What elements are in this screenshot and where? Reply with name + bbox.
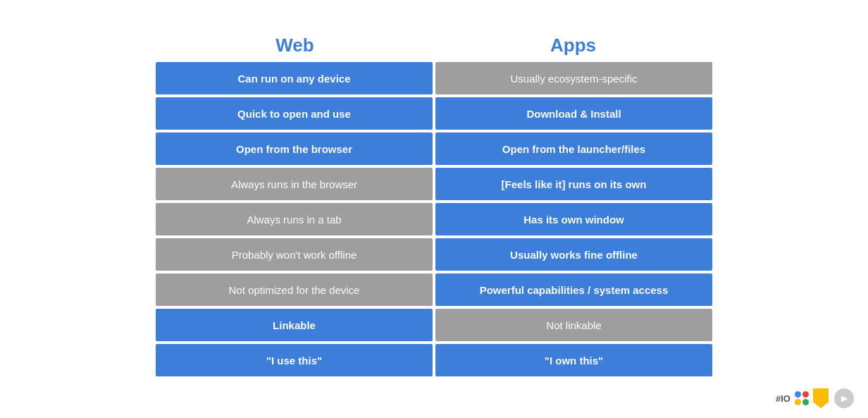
google-dot-blue <box>795 391 801 398</box>
web-cell: Always runs in the browser <box>156 168 433 200</box>
branding-area: #IO ▶ <box>776 388 854 408</box>
table-row: Always runs in the browser[Feels like it… <box>156 168 712 200</box>
slide: Web Apps Can run on any deviceUsually ec… <box>0 0 868 418</box>
scroll-button[interactable]: ▶ <box>834 388 854 408</box>
apps-cell: Download & Install <box>435 97 712 130</box>
google-dot-green <box>802 399 809 405</box>
apps-cell: [Feels like it] runs on its own <box>435 168 712 200</box>
hashtag-label: #IO <box>776 393 790 404</box>
web-header: Web <box>156 35 434 56</box>
apps-cell: "I own this" <box>435 344 712 376</box>
table-row: "I use this""I own this" <box>156 344 712 376</box>
google-dot-red <box>802 391 809 398</box>
web-cell: Linkable <box>156 309 433 341</box>
apps-cell: Powerful capabilities / system access <box>435 273 712 306</box>
web-cell: Open from the browser <box>156 133 433 165</box>
rows-container: Can run on any deviceUsually ecosystem-s… <box>156 62 712 376</box>
web-cell: "I use this" <box>156 344 433 376</box>
io-badge <box>813 388 829 408</box>
table-row: Open from the browserOpen from the launc… <box>156 133 712 165</box>
apps-cell: Not linkable <box>435 309 712 341</box>
apps-cell: Usually works fine offline <box>435 238 712 271</box>
apps-cell: Open from the launcher/files <box>435 133 712 165</box>
header-row: Web Apps <box>156 35 712 56</box>
table-row: LinkableNot linkable <box>156 309 712 341</box>
comparison-table: Web Apps Can run on any deviceUsually ec… <box>156 35 712 376</box>
table-row: Probably won't work offlineUsually works… <box>156 238 712 271</box>
table-row: Quick to open and useDownload & Install <box>156 97 712 130</box>
web-cell: Can run on any device <box>156 62 433 94</box>
google-dot-yellow <box>795 399 801 405</box>
table-row: Can run on any deviceUsually ecosystem-s… <box>156 62 712 94</box>
apps-header: Apps <box>434 35 712 56</box>
web-cell: Always runs in a tab <box>156 203 433 235</box>
web-cell: Not optimized for the device <box>156 273 433 306</box>
table-row: Not optimized for the devicePowerful cap… <box>156 273 712 306</box>
apps-cell: Has its own window <box>435 203 712 235</box>
table-row: Always runs in a tabHas its own window <box>156 203 712 235</box>
apps-cell: Usually ecosystem-specific <box>435 62 712 94</box>
web-cell: Probably won't work offline <box>156 238 433 271</box>
web-cell: Quick to open and use <box>156 97 433 130</box>
